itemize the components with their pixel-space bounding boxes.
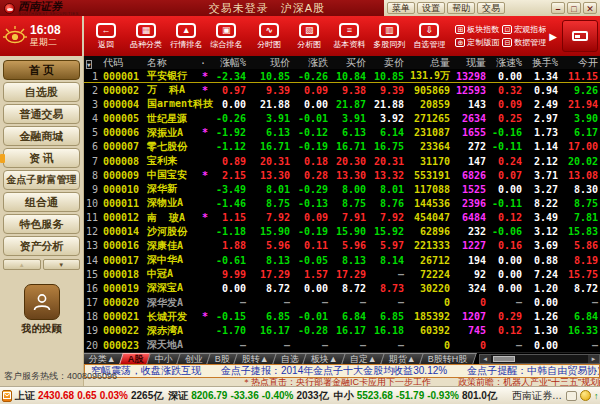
sidebar-item-8[interactable]: 资产分析 (3, 236, 80, 256)
cell-buy: 3.91 (330, 113, 368, 124)
table-row[interactable]: 14000017深中华A-0.618.13-0.058.138.14267121… (84, 253, 600, 267)
table-row[interactable]: 2000002万 科A*0.979.390.099.389.3990586912… (84, 83, 600, 97)
cell-sell: — (368, 340, 406, 351)
cell-price: 21.88 (248, 99, 292, 110)
col-header-name[interactable]: 名称 (144, 56, 200, 70)
tab-7[interactable]: 板块▲ (303, 353, 347, 364)
analysis-chart-button[interactable]: ▧分析图 (289, 16, 329, 56)
composite-ranking-button[interactable]: ▣综合排名 (206, 16, 246, 56)
table-row[interactable]: 16000019深深宝A0.008.720.008.728.7330220324… (84, 281, 600, 295)
table-row[interactable]: 12000014沙河股份-1.1815.90-0.1915.9015.92628… (84, 225, 600, 239)
cell-buy: 5.96 (330, 240, 368, 251)
intraday-chart-button[interactable]: ∿分时图 (249, 16, 289, 56)
table-row[interactable]: 10000011深物业A-1.468.75-0.138.758.76144536… (84, 196, 600, 210)
cell-sell: 8.76 (368, 198, 406, 209)
tab-9[interactable]: 期货▲ (380, 353, 424, 364)
table-row[interactable]: 1000001平安银行*-2.3410.85-0.2610.8410.85131… (84, 69, 600, 83)
basic-info-button[interactable]: ≡基本资料 (329, 16, 369, 56)
tab-8[interactable]: 自定▲ (341, 353, 385, 364)
cell-price: 5.96 (248, 240, 292, 251)
scroll-right-icon[interactable]: ► (588, 355, 599, 363)
sidebar-item-6[interactable]: 组合通 (3, 192, 80, 212)
sidebar-scroll-down-icon[interactable]: ▼ (43, 259, 81, 270)
col-header-3[interactable]: 现价 (248, 56, 292, 70)
sidebar-item-3[interactable]: 金融商城 (3, 126, 80, 146)
col-header-10[interactable]: 换手% (524, 56, 560, 70)
close-button[interactable]: ✕ (583, 2, 597, 14)
sidebar-item-5[interactable]: 金点子财富管理 (3, 170, 80, 190)
col-header-7[interactable]: 总量 (406, 56, 452, 70)
table-row[interactable]: 17000020深华发A—————00—0.00— (84, 296, 600, 310)
table-row[interactable]: 8000009中国宝安*2.1513.300.2813.3013.3255319… (84, 168, 600, 182)
menu-button-1[interactable]: 设置 (417, 2, 445, 14)
col-header-9[interactable]: 涨速% (488, 56, 524, 70)
sector-index-button[interactable]: ⊞板块指数 (455, 24, 499, 35)
tray-up-arrow-icon[interactable]: ↑ (594, 391, 599, 401)
sidebar-item-7[interactable]: 特色服务 (3, 214, 80, 234)
col-header-11[interactable]: 今开 (560, 56, 600, 70)
maximize-button[interactable]: □ (567, 2, 581, 14)
table-row[interactable]: 6000007零七股份-1.1216.71-0.1916.7116.752336… (84, 140, 600, 154)
tab-10[interactable]: B股转H股 (419, 353, 476, 364)
table-row[interactable]: 4000005世纪星源-0.263.91-0.013.913.922712652… (84, 111, 600, 125)
sidebar-item-2[interactable]: 普通交易 (3, 104, 80, 124)
tray-window-icon[interactable] (566, 391, 577, 401)
cell-code: 000006 (100, 127, 144, 138)
col-header-6[interactable]: 卖价 (368, 56, 406, 70)
menu-button-0[interactable]: 菜单 (387, 2, 415, 14)
quote-ranking-button[interactable]: ▲行情排名 (166, 16, 206, 56)
cell-chg: 0.09 (292, 212, 330, 223)
table-row[interactable]: 15000018中冠A9.9917.291.5717.29—72224920.0… (84, 267, 600, 281)
col-header-4[interactable]: 涨跌 (292, 56, 330, 70)
sidebar-item-0[interactable]: 首 页 (3, 60, 80, 80)
cell-sell: 13.32 (368, 170, 406, 181)
quote-ranking-icon: ▲ (176, 23, 196, 38)
my-advisor-button[interactable]: 我的投顾 (0, 284, 83, 336)
col-header-5[interactable]: 买价 (330, 56, 368, 70)
table-filter-icon[interactable]: ▼ (84, 58, 100, 69)
col-header-2[interactable]: 涨幅% (210, 56, 248, 70)
cell-speed: -0.11 (488, 141, 524, 152)
screen-mode-button[interactable] (562, 20, 598, 52)
cell-code: 000012 (100, 212, 144, 223)
cell-speed: — (488, 340, 524, 351)
table-row[interactable]: 5000006深振业A*-1.926.13-0.126.136.14231087… (84, 126, 600, 140)
watchlist-manage-icon: ⇩ (419, 23, 439, 38)
sidebar-item-1[interactable]: 自选股 (3, 82, 80, 102)
table-row[interactable]: 3000004国агment科技0.0021.880.0021.8721.882… (84, 97, 600, 111)
back-icon: ← (96, 23, 116, 38)
sidebar-scroll-up-icon[interactable]: ▲ (3, 259, 41, 270)
col-header-8[interactable]: 现量 (452, 56, 488, 70)
table-row[interactable]: 9000010深华新-3.498.01-0.298.008.0111708815… (84, 182, 600, 196)
table-row[interactable]: 20000023深天地A—————00—0.00— (84, 338, 600, 352)
tab-scrollbar[interactable]: ◄► (479, 354, 600, 364)
table-row[interactable]: 7000008宝利来0.8920.310.1820.3020.313117014… (84, 154, 600, 168)
tray-coin-icon[interactable] (580, 390, 591, 401)
data-manage-button[interactable]: ⊟数据管理 (502, 37, 546, 48)
cell-sell: 9.39 (368, 85, 406, 96)
table-row[interactable]: 11000012南 玻A*1.157.920.097.917.924540476… (84, 211, 600, 225)
tab-label-8: 自定▲ (350, 355, 377, 364)
multi-stock-button[interactable]: ▥多股同列 (369, 16, 409, 56)
status-bar: 上证2430.680.650.03%2265亿深证8206.79-33.36-0… (0, 386, 600, 404)
table-row[interactable]: 19000022深赤湾A-1.7016.17-0.2816.1716.18603… (84, 324, 600, 338)
row-number: 1 (84, 71, 100, 82)
minimize-button[interactable]: – (551, 2, 565, 14)
sidebar-item-4[interactable]: 资 讯 (3, 148, 80, 168)
scroll-thumb[interactable] (493, 356, 515, 362)
menu-button-3[interactable]: 交易 (477, 2, 505, 14)
scroll-left-icon[interactable]: ◄ (480, 355, 491, 363)
toolbar-expand-arrow[interactable]: ▶ (549, 16, 557, 56)
menu-button-2[interactable]: 帮助 (447, 2, 475, 14)
cell-volume: 23364 (406, 141, 452, 152)
table-row[interactable]: 18000021长城开发*-0.156.85-0.016.846.8518539… (84, 310, 600, 324)
message-icon[interactable] (2, 390, 12, 402)
watchlist-manage-button[interactable]: ⇩自选管理 (409, 16, 449, 56)
category-button[interactable]: ▦品种分类 (126, 16, 166, 56)
table-row[interactable]: 13000016深康佳A1.885.960.115.965.9722133312… (84, 239, 600, 253)
custom-layout-button[interactable]: ⊕定制版面 (455, 37, 499, 48)
multi-stock-label: 多股同列 (373, 39, 405, 50)
back-button[interactable]: ←返回 (86, 16, 126, 56)
macro-indicator-button[interactable]: ⊡宏观指标 (502, 24, 546, 35)
col-header-code[interactable]: 代码 (100, 56, 144, 70)
